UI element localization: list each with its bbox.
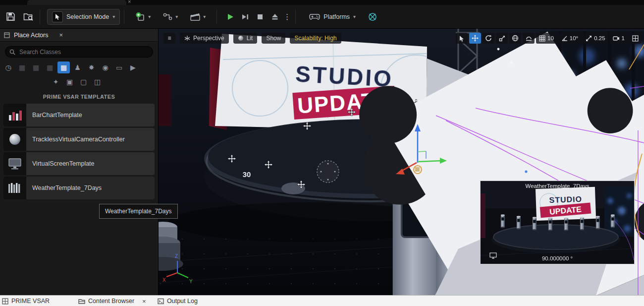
world-local-toggle-button[interactable]	[509, 33, 521, 44]
preview-monitor-icon[interactable]	[489, 252, 497, 261]
lit-sphere-icon	[238, 35, 244, 41]
selected-category-icon[interactable]: ▦	[57, 61, 70, 73]
play-options-kebab-icon[interactable]: ⋮	[283, 12, 290, 21]
toolbar-separator	[295, 9, 296, 24]
category-icon-10[interactable]: ▶	[127, 61, 139, 73]
search-input[interactable]	[18, 48, 149, 56]
perspective-label: Perspective	[193, 35, 224, 42]
scalability-warning-button[interactable]: Scalability: High	[290, 33, 341, 44]
play-button[interactable]	[224, 10, 237, 23]
category-icon-row-2: ✦ ▣ ▢ ◫	[0, 73, 158, 88]
select-tool-button[interactable]	[456, 33, 468, 44]
content-browser-drawer-button[interactable]: Content Browser ×	[78, 296, 146, 306]
category-icon-12[interactable]: ▣	[63, 76, 76, 88]
blueprint-icon	[162, 12, 173, 22]
viewport-options-button[interactable]: ≡	[163, 33, 175, 44]
scale-snap-icon	[586, 35, 592, 42]
scale-tool-button[interactable]	[496, 33, 508, 44]
grid-snap-icon	[539, 35, 545, 42]
platforms-label: Platforms	[323, 13, 350, 20]
category-icon-2[interactable]: ▦	[16, 61, 28, 73]
barchart-thumbnail	[3, 104, 26, 126]
chevron-down-icon: ▾	[175, 14, 178, 19]
xr-device-button[interactable]	[365, 9, 380, 24]
level-tab[interactable]	[27, 0, 126, 5]
search-box[interactable]	[5, 46, 153, 58]
rotation-snap-control[interactable]: 10°	[558, 33, 581, 44]
save-button[interactable]	[3, 9, 18, 24]
content-browser-icon	[78, 298, 85, 305]
cursor-icon	[459, 35, 465, 42]
skip-frame-button[interactable]	[239, 10, 252, 23]
preview-sign: STUDIO UPDATE	[536, 187, 596, 221]
perspective-dropdown[interactable]: Perspective	[180, 33, 229, 44]
list-item[interactable]: BarChartTemplate	[3, 104, 155, 126]
move-tool-button[interactable]	[469, 33, 481, 44]
tab-close-icon[interactable]: ×	[128, 0, 131, 4]
maximize-viewport-button[interactable]	[629, 33, 641, 44]
place-actors-header: Place Actors ×	[0, 29, 158, 42]
category-icon-9[interactable]: ▭	[113, 61, 125, 73]
category-icon-row-1: ◷ ▦ ▦ ▦ ▦ ♟ ✸ ◉ ▭ ▶	[0, 59, 158, 73]
chevron-down-icon: ▾	[203, 14, 206, 19]
prime-vsar-icon	[2, 298, 8, 305]
category-icon-14[interactable]: ◫	[91, 76, 104, 88]
scale-snap-control[interactable]: 0.25	[583, 33, 608, 44]
category-icon-6[interactable]: ♟	[71, 61, 84, 73]
camera-speed-control[interactable]: 1	[610, 33, 628, 44]
panel-close-icon[interactable]: ×	[59, 31, 63, 39]
show-label: Show	[266, 35, 281, 42]
recently-placed-category-icon[interactable]: ◷	[2, 61, 14, 73]
search-icon	[9, 49, 15, 55]
platforms-dropdown[interactable]: Platforms ▾	[305, 9, 360, 24]
category-icon-3[interactable]: ▦	[30, 61, 42, 73]
actor-preview-window: STUDIO UPDATE	[480, 181, 635, 264]
blueprints-button[interactable]: ▾	[160, 9, 181, 24]
prime-vsar-drawer-button[interactable]: PRIME VSAR	[2, 296, 50, 306]
surface-snapping-button[interactable]	[523, 33, 535, 44]
place-actors-panel: Place Actors × ◷ ▦ ▦ ▦ ▦ ♟ ✸ ◉ ▭ ▶ ✦ ▣ ▢…	[0, 29, 159, 295]
xr-icon	[368, 12, 377, 22]
preview-scene: STUDIO UPDATE	[481, 181, 634, 264]
preview-rotation-readout: 90.000000 °	[481, 255, 634, 261]
list-item[interactable]: VirtualScreenTemplate	[3, 152, 155, 175]
lit-label: Lit	[247, 35, 253, 42]
grid-snap-value: 10	[547, 35, 554, 41]
camera-speed-value: 1	[622, 35, 625, 41]
rotate-tool-button[interactable]	[483, 33, 494, 44]
surface-snap-icon	[526, 35, 532, 42]
chevron-down-icon: ▾	[148, 14, 151, 19]
category-icon-4[interactable]: ▦	[44, 61, 56, 73]
browse-content-button[interactable]	[21, 9, 36, 24]
lights-category-icon[interactable]: ✸	[85, 61, 98, 73]
axis-y-label: Y	[189, 279, 193, 284]
lit-dropdown[interactable]: Lit	[233, 33, 258, 44]
category-icon-8[interactable]: ◉	[99, 61, 111, 73]
globe-icon	[512, 35, 519, 42]
show-dropdown[interactable]: Show	[262, 33, 285, 44]
eject-button[interactable]	[268, 10, 281, 23]
list-item[interactable]: WeatherTemplate_7Days	[3, 177, 155, 199]
stop-button[interactable]	[254, 10, 267, 23]
rotation-snap-value: 10°	[570, 35, 578, 41]
scalability-label: Scalability: High	[294, 35, 336, 42]
dial-disc[interactable]	[317, 161, 339, 183]
templates-section-header: PRIME VSAR TEMPLATES	[0, 94, 158, 100]
add-actor-button[interactable]: ▾	[132, 9, 154, 24]
cinematics-button[interactable]: ▾	[187, 9, 209, 24]
template-label: WeatherTemplate_7Days	[32, 184, 102, 191]
category-icon-11[interactable]: ✦	[50, 76, 62, 88]
category-icon-13[interactable]: ▢	[77, 76, 90, 88]
chevron-down-icon: ▾	[353, 14, 356, 19]
output-log-drawer-button[interactable]: Output Log	[158, 296, 198, 306]
play-controls: ⋮	[224, 10, 290, 23]
template-label: VirtualScreenTemplate	[32, 160, 95, 167]
grid-snap-control[interactable]: 10	[536, 33, 557, 44]
list-item[interactable]: TracklessVirtualCameraController	[3, 128, 155, 151]
content-browser-close-icon[interactable]: ×	[142, 298, 146, 305]
cursor-mode-icon	[52, 11, 63, 22]
viewport-toolbar-right: 10 10° 0.25 1	[456, 33, 641, 44]
quad-view-icon	[632, 35, 639, 42]
selection-mode-dropdown[interactable]: Selection Mode ▾	[47, 9, 120, 25]
level-viewport[interactable]: STUDIO UPDATE	[159, 29, 644, 295]
